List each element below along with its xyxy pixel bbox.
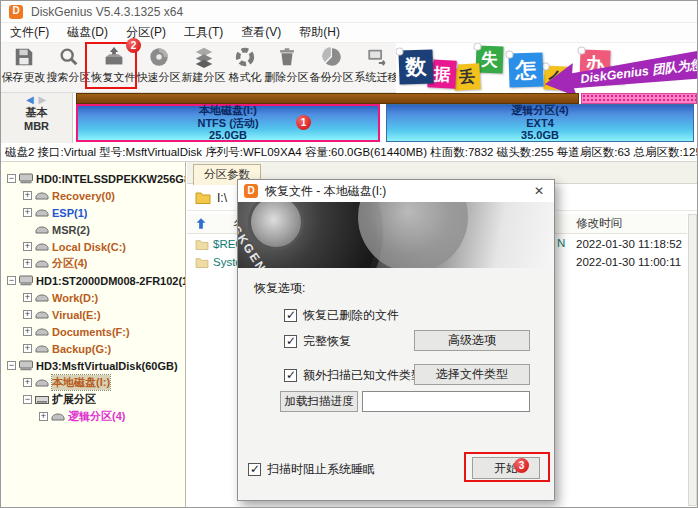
- toolbar-button-4[interactable]: 新建分区: [181, 43, 226, 85]
- dialog-title: 恢复文件 - 本地磁盘(I:): [265, 183, 386, 200]
- menu-item-3[interactable]: 工具(T): [175, 22, 232, 43]
- file-modified-time: 2022-01-30 11:18:52: [576, 238, 682, 250]
- save-changes-icon: [12, 45, 36, 69]
- tree-item-recovery-0-[interactable]: +Recovery(0): [2, 187, 185, 204]
- toolbar-button-label: 保存更改: [2, 70, 46, 85]
- promo-arrow: DiskGenius 团队为您: [543, 44, 698, 93]
- tree-item-label: HD0:INTELSSDPEKKW256G8(2: [36, 173, 185, 185]
- tree-item-backup-g-[interactable]: +Backup(G:): [2, 340, 185, 357]
- tree-item-hd3-msftvirtualdisk-60gb-[interactable]: −HD3:MsftVirtualDisk(60GB): [2, 357, 185, 374]
- annotation-badge-3: 3: [514, 458, 529, 473]
- menu-item-0[interactable]: 文件(F): [1, 22, 58, 43]
- expand-icon[interactable]: +: [23, 259, 32, 268]
- part-icon: [35, 225, 49, 234]
- dialog-logo-icon: [244, 184, 258, 198]
- expand-icon[interactable]: +: [23, 310, 32, 319]
- menu-item-1[interactable]: 磁盘(D): [58, 22, 117, 43]
- folder-icon: [195, 257, 209, 268]
- menu-item-2[interactable]: 分区(P): [117, 22, 175, 43]
- tree-item-local-disk-c-[interactable]: +Local Disk(C:): [2, 238, 185, 255]
- recover-files-icon: [102, 45, 126, 69]
- tree-item-hd1-st2000dm008-2fr102-18[interactable]: −HD1:ST2000DM008-2FR102(18: [2, 272, 185, 289]
- folder-icon: [195, 191, 211, 204]
- tree-item-esp-1-[interactable]: +ESP(1): [2, 204, 185, 221]
- diskgenius-window: DiskGenius V5.4.3.1325 x64 文件(F)磁盘(D)分区(…: [0, 0, 698, 508]
- collapse-icon[interactable]: −: [7, 276, 16, 285]
- toolbar-button-7[interactable]: 备份分区: [309, 43, 354, 85]
- toolbar-button-label: 搜索分区: [47, 70, 91, 85]
- column-modified-time[interactable]: 修改时间: [576, 216, 622, 231]
- tree-item-label: 本地磁盘(I:): [52, 375, 110, 390]
- checkbox-recover-deleted[interactable]: 恢复已删除的文件: [284, 307, 399, 324]
- part-icon: [35, 259, 49, 268]
- promo-tile-2: 丢: [453, 63, 480, 90]
- menu-item-5[interactable]: 帮助(H): [290, 22, 349, 43]
- toolbar-button-5[interactable]: 格式化: [226, 43, 264, 85]
- scan-progress-input[interactable]: [362, 391, 530, 412]
- toolbar-button-8[interactable]: 系统迁移: [354, 43, 399, 85]
- tree-item-hd0-intelssdpekkw256g8-2[interactable]: −HD0:INTELSSDPEKKW256G8(2: [2, 170, 185, 187]
- new-partition-icon: [192, 45, 216, 69]
- partition-block-local-disk-i[interactable]: 本地磁盘(I:) NTFS (活动) 25.0GB: [76, 104, 380, 142]
- partition-scheme: MBR: [1, 119, 72, 133]
- advanced-options-button[interactable]: 高级选项: [414, 330, 530, 351]
- toolbar-button-6[interactable]: 删除分区: [264, 43, 309, 85]
- collapse-icon[interactable]: −: [7, 361, 16, 370]
- dialog-close-icon[interactable]: ✕: [524, 180, 554, 202]
- expand-icon[interactable]: +: [23, 327, 32, 336]
- expand-icon[interactable]: +: [23, 208, 32, 217]
- partition-block-logical-4[interactable]: 逻辑分区(4) EXT4 35.0GB: [386, 104, 694, 142]
- checkbox-extra-scan[interactable]: 额外扫描已知文件类型: [284, 367, 423, 384]
- quick-partition-icon: [147, 45, 171, 69]
- tree-item-work-d-[interactable]: +Work(D:): [2, 289, 185, 306]
- tree-item-label: 扩展分区: [52, 392, 96, 407]
- toolbar-button-1[interactable]: 搜索分区: [46, 43, 91, 85]
- tree-item--i-[interactable]: +本地磁盘(I:): [2, 374, 185, 391]
- tree-item-virual-e-[interactable]: +Virual(E:): [2, 306, 185, 323]
- disk-icon: [19, 173, 33, 184]
- disk-cylinder-bar-extended: [581, 93, 697, 104]
- part-icon: [35, 344, 49, 353]
- tree-item-label: Local Disk(C:): [52, 241, 126, 253]
- checkbox-checked-icon: [284, 309, 297, 322]
- up-level-icon[interactable]: [195, 217, 207, 230]
- start-button[interactable]: 开始: [472, 457, 540, 479]
- expand-icon[interactable]: +: [23, 191, 32, 200]
- tree-item-documents-f-[interactable]: +Documents(F:): [2, 323, 185, 340]
- annotation-badge-1: 1: [296, 115, 311, 130]
- expand-icon[interactable]: +: [23, 293, 32, 302]
- checkbox-full-recover[interactable]: 完整恢复: [284, 333, 351, 350]
- menu-item-4[interactable]: 查看(V): [232, 22, 290, 43]
- toolbar-button-0[interactable]: 保存更改: [1, 43, 46, 85]
- expand-icon[interactable]: +: [23, 242, 32, 251]
- toolbar-button-3[interactable]: 快速分区: [136, 43, 181, 85]
- nav-chevron-icons[interactable]: ◀ ▶: [1, 94, 72, 105]
- tree-item--4-[interactable]: +分区(4): [2, 255, 185, 272]
- part-icon: [35, 293, 49, 302]
- folder-icon: [195, 239, 209, 250]
- collapse-icon[interactable]: −: [7, 174, 16, 183]
- vertical-scrollbar[interactable]: [688, 214, 697, 506]
- part-icon: [35, 378, 49, 387]
- expand-icon[interactable]: +: [23, 378, 32, 387]
- tree-item--4-[interactable]: +逻辑分区(4): [2, 408, 185, 425]
- collapse-icon[interactable]: −: [23, 395, 32, 404]
- tree-item-label: Recovery(0): [52, 190, 115, 202]
- checkbox-checked-icon: [284, 369, 297, 382]
- expand-icon[interactable]: +: [23, 344, 32, 353]
- select-file-types-button[interactable]: 选择文件类型: [414, 364, 530, 385]
- checkbox-prevent-sleep[interactable]: 扫描时阻止系统睡眠: [248, 461, 375, 478]
- toolbar-button-label: 快速分区: [137, 70, 181, 85]
- tree-item-msr-2-[interactable]: MSR(2): [2, 221, 185, 238]
- disk-cylinder-bar-primary: [76, 93, 579, 104]
- title-bar: DiskGenius V5.4.3.1325 x64: [1, 1, 698, 23]
- delete-partition-icon: [275, 45, 299, 69]
- tree-item-label: 分区(4): [52, 256, 87, 271]
- partition-table-type: 基本: [1, 105, 72, 119]
- recover-options-label: 恢复选项:: [254, 280, 305, 297]
- tree-item--[interactable]: −扩展分区: [2, 391, 185, 408]
- tree-item-label: Virual(E:): [52, 309, 101, 321]
- load-scan-progress-button[interactable]: 加载扫描进度: [280, 391, 358, 412]
- expand-icon[interactable]: +: [39, 412, 48, 421]
- toolbar-button-label: 格式化: [229, 70, 262, 85]
